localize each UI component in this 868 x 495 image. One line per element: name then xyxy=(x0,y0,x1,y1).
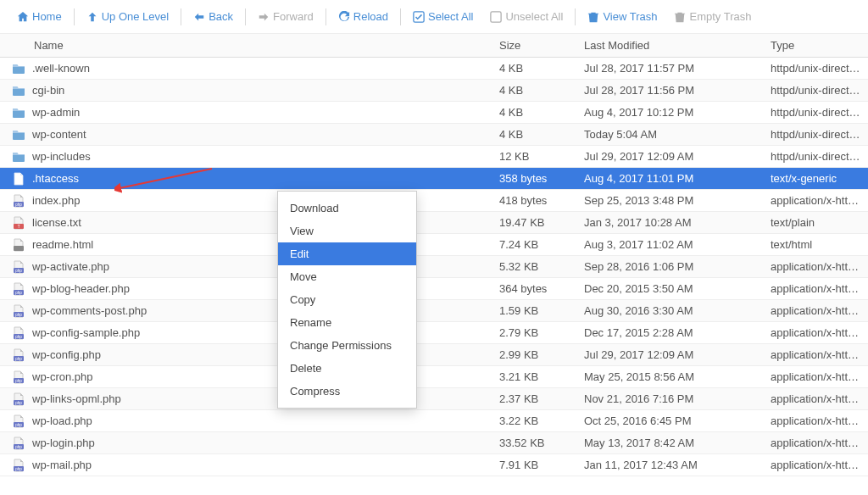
svg-text:php: php xyxy=(15,202,22,206)
table-row[interactable]: wp-content4 KBToday 5:04 AMhttpd/unix-di… xyxy=(0,124,868,146)
table-row[interactable]: .htaccess358 bytesAug 4, 2017 11:01 PMte… xyxy=(0,168,868,190)
php-icon: php xyxy=(12,260,25,274)
col-name-header[interactable]: Name xyxy=(0,34,492,57)
table-row[interactable]: phpwp-config-sample.php2.79 KBDec 17, 20… xyxy=(0,322,868,344)
file-name: wp-config.php xyxy=(32,348,101,361)
file-modified: Nov 21, 2016 7:16 PM xyxy=(577,392,764,405)
file-type: httpd/unix-directory xyxy=(764,106,868,119)
file-size: 2.79 KB xyxy=(492,326,577,339)
file-name: wp-login.php xyxy=(32,437,95,449)
reload-button[interactable]: Reload xyxy=(330,7,397,26)
context-menu-item-delete[interactable]: Delete xyxy=(278,357,416,380)
file-type: application/x-httpd-php xyxy=(764,459,868,471)
context-menu-item-compress[interactable]: Compress xyxy=(278,380,416,403)
php-icon: php xyxy=(12,326,25,340)
separator xyxy=(326,8,326,25)
file-size: 2.37 KB xyxy=(492,392,577,405)
file-type: application/x-httpd-php xyxy=(764,414,868,427)
file-name: wp-mail.php xyxy=(32,459,92,471)
file-type: application/x-httpd-php xyxy=(764,326,868,339)
context-menu-item-view[interactable]: View xyxy=(278,220,416,242)
php-icon: php xyxy=(12,194,25,208)
select-all-button[interactable]: Select All xyxy=(404,7,481,26)
file-size: 3.21 KB xyxy=(492,370,577,383)
file-modified: Jul 29, 2017 12:09 AM xyxy=(577,348,764,361)
context-menu-item-download[interactable]: Download xyxy=(278,197,416,220)
table-row[interactable]: phpwp-comments-post.php1.59 KBAug 30, 20… xyxy=(0,300,868,322)
table-row[interactable]: phpwp-activate.php5.32 KBSep 28, 2016 1:… xyxy=(0,256,868,278)
svg-text:php: php xyxy=(15,312,22,316)
file-size: 33.52 KB xyxy=(492,437,577,449)
file-type: httpd/unix-directory xyxy=(764,128,868,141)
table-row[interactable]: phpwp-login.php33.52 KBMay 13, 2017 8:42… xyxy=(0,432,868,454)
file-size: 5.32 KB xyxy=(492,260,577,273)
up-label: Up One Level xyxy=(102,10,170,23)
select-all-icon xyxy=(413,11,425,23)
table-row[interactable]: Tlicense.txt19.47 KBJan 3, 2017 10:28 AM… xyxy=(0,212,868,234)
context-menu-item-move[interactable]: Move xyxy=(278,265,416,288)
context-menu-item-change-permissions[interactable]: Change Permissions xyxy=(278,334,416,357)
reload-icon xyxy=(338,11,350,23)
svg-text:php: php xyxy=(15,290,22,294)
up-icon xyxy=(86,11,98,23)
file-name: cgi-bin xyxy=(32,84,64,97)
table-row[interactable]: wp-includes12 KBJul 29, 2017 12:09 AMhtt… xyxy=(0,146,868,168)
file-modified: Sep 25, 2013 3:48 PM xyxy=(577,194,764,207)
svg-text:php: php xyxy=(15,268,22,272)
file-modified: Today 5:04 AM xyxy=(577,128,764,141)
col-modified-header[interactable]: Last Modified xyxy=(577,34,764,57)
back-icon xyxy=(193,11,205,23)
file-name: wp-admin xyxy=(32,106,80,119)
table-row[interactable]: phpwp-cron.php3.21 KBMay 25, 2015 8:56 A… xyxy=(0,366,868,388)
file-modified: Dec 20, 2015 3:50 AM xyxy=(577,282,764,295)
context-menu-item-edit[interactable]: Edit xyxy=(278,242,416,265)
table-row[interactable]: phpwp-mail.php7.91 KBJan 11, 2017 12:43 … xyxy=(0,454,868,476)
file-type: application/x-httpd-php xyxy=(764,282,868,295)
folder-icon xyxy=(12,84,25,97)
php-icon: php xyxy=(12,437,25,450)
unselect-all-button: Unselect All xyxy=(481,7,571,26)
table-body: .well-known4 KBJul 28, 2017 11:57 PMhttp… xyxy=(0,58,868,476)
file-type: application/x-httpd-php xyxy=(764,370,868,383)
home-button[interactable]: Home xyxy=(8,7,70,26)
unselect-all-icon xyxy=(490,11,502,23)
context-menu-item-rename[interactable]: Rename xyxy=(278,311,416,334)
table-row[interactable]: phpwp-blog-header.php364 bytesDec 20, 20… xyxy=(0,278,868,300)
table-row[interactable]: phpwp-links-opml.php2.37 KBNov 21, 2016 … xyxy=(0,388,868,410)
forward-icon xyxy=(258,11,270,23)
file-modified: Dec 17, 2015 2:28 AM xyxy=(577,326,764,339)
separator xyxy=(245,8,246,25)
separator xyxy=(400,8,401,25)
col-size-header[interactable]: Size xyxy=(492,34,577,57)
svg-text:php: php xyxy=(15,444,22,448)
context-menu-item-copy[interactable]: Copy xyxy=(278,288,416,311)
file-size: 2.99 KB xyxy=(492,348,577,361)
file-modified: Aug 4, 2017 11:01 PM xyxy=(577,172,764,185)
back-button[interactable]: Back xyxy=(185,7,242,26)
file-modified: Jul 28, 2017 11:57 PM xyxy=(577,62,764,75)
table-row[interactable]: readme.html7.24 KBAug 3, 2017 11:02 AMte… xyxy=(0,234,868,256)
txt-icon: T xyxy=(12,216,25,230)
file-size: 4 KB xyxy=(492,128,577,141)
file-name: readme.html xyxy=(32,238,93,251)
svg-text:php: php xyxy=(15,356,22,360)
empty-trash-button: Empty Trash xyxy=(665,7,760,26)
file-modified: Jul 28, 2017 11:56 PM xyxy=(577,84,764,97)
table-row[interactable]: phpindex.php418 bytesSep 25, 2013 3:48 P… xyxy=(0,190,868,212)
file-modified: May 13, 2017 8:42 AM xyxy=(577,437,764,449)
table-row[interactable]: cgi-bin4 KBJul 28, 2017 11:56 PMhttpd/un… xyxy=(0,80,868,102)
table-row[interactable]: wp-admin4 KBAug 4, 2017 10:12 PMhttpd/un… xyxy=(0,102,868,124)
view-trash-label: View Trash xyxy=(603,10,657,23)
reload-label: Reload xyxy=(353,10,388,23)
table-row[interactable]: .well-known4 KBJul 28, 2017 11:57 PMhttp… xyxy=(0,58,868,80)
file-name: wp-includes xyxy=(32,150,91,163)
table-row[interactable]: phpwp-config.php2.99 KBJul 29, 2017 12:0… xyxy=(0,344,868,366)
file-name: wp-cron.php xyxy=(32,370,93,383)
table-row[interactable]: phpwp-load.php3.22 KBOct 25, 2016 6:45 P… xyxy=(0,410,868,432)
file-type: text/x-generic xyxy=(764,172,868,185)
col-type-header[interactable]: Type xyxy=(764,34,868,57)
file-type: application/x-httpd-php xyxy=(764,194,868,207)
view-trash-button[interactable]: View Trash xyxy=(579,7,665,26)
up-button[interactable]: Up One Level xyxy=(78,7,178,26)
file-type: application/x-httpd-php xyxy=(764,304,868,317)
